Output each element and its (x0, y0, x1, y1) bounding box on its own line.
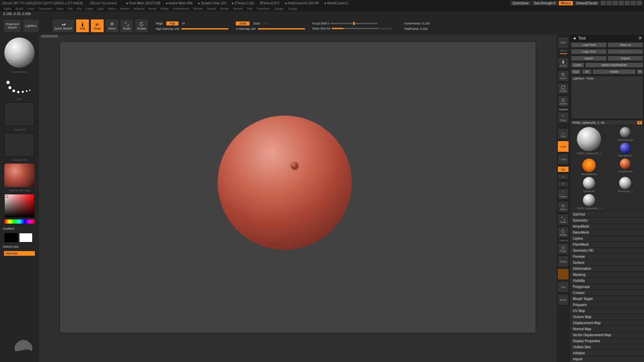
tool-panel-header[interactable]: ◄ Tool⟳ (570, 35, 644, 42)
focal-shift-label[interactable]: Focal Shift 0 (312, 22, 329, 25)
section-layers[interactable]: Layers (570, 235, 644, 241)
dynamic-nav[interactable]: Dynamic (557, 108, 570, 111)
section-nanomesh[interactable]: NanoMesh (570, 229, 644, 235)
nav-scale-button[interactable]: Scale (557, 214, 569, 225)
quick-sketch-button[interactable]: Quick Sketch (52, 19, 74, 33)
draw-size-label[interactable]: Draw Size 64 (312, 27, 330, 30)
section-texturemap[interactable]: Texture Map (570, 314, 644, 320)
seethrough-slider[interactable]: See-through 0 (532, 1, 557, 5)
menu-alpha[interactable]: Alpha (4, 7, 11, 10)
menu-zplugin[interactable]: Zplugin (274, 7, 284, 10)
clone-button[interactable]: Clone (571, 62, 584, 68)
save-as-button[interactable]: Save As (607, 42, 643, 48)
section-subtool[interactable]: SubTool (570, 211, 644, 217)
import-button[interactable]: Import (571, 56, 607, 61)
section-normalmap[interactable]: Normal Map (570, 326, 644, 332)
menu-layer[interactable]: Layer (86, 7, 93, 10)
tool-pm3d[interactable]: PM3D_Sphere3D_1 (572, 127, 606, 157)
menu-macro[interactable]: Macro (108, 7, 116, 10)
window-icon-3[interactable] (612, 1, 618, 5)
section-displacementmap[interactable]: Displacement Map (570, 320, 644, 326)
section-uvmap[interactable]: UV Map (570, 308, 644, 314)
window-icon-2[interactable] (606, 1, 612, 5)
bpr-button[interactable]: BPR (557, 37, 569, 48)
draw-size-slider[interactable] (332, 28, 379, 29)
tool-sphere3d1[interactable]: Sphere3D_1 (608, 177, 643, 193)
goz-r-button[interactable]: R (637, 69, 643, 74)
section-polygroups[interactable]: Polygroups (570, 284, 644, 290)
window-icon-1[interactable] (600, 1, 606, 5)
xpose-button[interactable]: Xpose (557, 294, 569, 305)
close-icon[interactable] (637, 1, 642, 5)
section-morphtarget[interactable]: Morph Target (570, 296, 644, 302)
rgb-intensity-slider[interactable] (181, 28, 228, 29)
solo-button[interactable]: Solo (557, 281, 569, 293)
rotate-mode-button[interactable]: Rotate (135, 19, 149, 33)
zoom-button[interactable]: Zoom (557, 70, 569, 81)
copy-tool-button[interactable]: Copy Tool (571, 49, 607, 54)
menu-stroke[interactable]: Stroke (220, 7, 229, 10)
menu-file[interactable]: File (77, 7, 82, 10)
menu-render[interactable]: Render (193, 7, 203, 10)
menu-zscript[interactable]: Zscript (288, 7, 297, 10)
tool-simplebrush[interactable]: SimpleBrush (572, 159, 606, 176)
projection-master-button[interactable]: Projection Master (3, 19, 21, 33)
m-button[interactable]: M (182, 22, 185, 25)
tool-sphere3d[interactable]: Sphere3D (572, 177, 606, 193)
lightbox-button[interactable]: LightBox (23, 19, 39, 33)
section-initialize[interactable]: Initialize (570, 350, 644, 356)
default-script[interactable]: DefaultZScript (574, 1, 599, 5)
color-picker[interactable] (4, 194, 35, 218)
current-tool-name[interactable]: PM3D_Sphere3D_1. 49R (571, 120, 643, 125)
nav-d1[interactable]: ⊙ (557, 174, 569, 180)
lsym-button[interactable]: L.Sym (557, 154, 569, 165)
mrgb-button[interactable]: Mrgb (156, 22, 163, 25)
switchcolor-button[interactable]: SwitchColor (1, 244, 38, 249)
make-polymesh-button[interactable]: Make PolyMesh3D (585, 62, 643, 68)
scroll-button[interactable]: Scroll (557, 57, 569, 69)
export-button[interactable]: Export (607, 56, 643, 61)
paste-tool-button[interactable]: Paste Tool (607, 49, 643, 54)
goz-all-button[interactable]: All (582, 69, 592, 74)
section-polypaint[interactable]: Polypaint (570, 302, 644, 308)
zcut-button[interactable]: Zcut (264, 22, 270, 25)
aahalf-button[interactable]: AAHalf (557, 96, 569, 107)
load-tool-button[interactable]: Load Tool (571, 42, 607, 48)
zadd-button[interactable]: Zadd (236, 21, 250, 25)
edit-mode-button[interactable]: Edit (76, 19, 89, 33)
brush-preview[interactable] (4, 38, 35, 68)
hue-bar[interactable] (4, 220, 35, 224)
alpha-preview[interactable] (4, 103, 35, 126)
section-masking[interactable]: Masking (570, 272, 644, 278)
persp-button[interactable]: Persp (557, 112, 569, 123)
minimize-icon[interactable] (625, 1, 630, 5)
document-canvas[interactable] (60, 42, 536, 333)
local-button[interactable]: Local (557, 141, 569, 152)
section-preview[interactable]: Preview (570, 253, 644, 259)
menu-transform[interactable]: Transform (256, 7, 270, 10)
section-geometryhd[interactable]: Geometry HD (570, 247, 644, 253)
section-displayproperties[interactable]: Display Properties (570, 338, 644, 344)
scale-mode-button[interactable]: Scale (120, 19, 133, 33)
quicksave-button[interactable]: QuickSave (511, 1, 531, 5)
menu-marker[interactable]: Marker (120, 7, 129, 10)
ghost-button[interactable] (557, 268, 569, 280)
z-intensity-slider[interactable] (258, 28, 305, 29)
alternate-button[interactable]: Alternate (4, 251, 35, 256)
section-vectordisplacement[interactable]: Vector Displacement Map (570, 332, 644, 338)
linefill-label[interactable]: Line Fill (557, 239, 570, 242)
draw-mode-button[interactable]: Draw (91, 19, 104, 33)
move-mode-button[interactable]: Move (105, 19, 119, 33)
goz-visible-button[interactable]: Visible (592, 69, 636, 74)
menu-light[interactable]: Light (97, 7, 104, 10)
maximize-icon[interactable] (631, 1, 636, 5)
section-surface[interactable]: Surface (570, 259, 644, 265)
focal-shift-slider[interactable] (330, 23, 377, 24)
menu-texture[interactable]: Texture (233, 7, 243, 10)
menu-color[interactable]: Color (28, 7, 35, 10)
nav-move-button[interactable]: Move (557, 201, 569, 213)
section-visibility[interactable]: Visibility (570, 278, 644, 284)
section-geometry[interactable]: Geometry (570, 217, 644, 223)
swatch-black[interactable] (4, 233, 18, 242)
swatch-white[interactable] (19, 233, 33, 242)
